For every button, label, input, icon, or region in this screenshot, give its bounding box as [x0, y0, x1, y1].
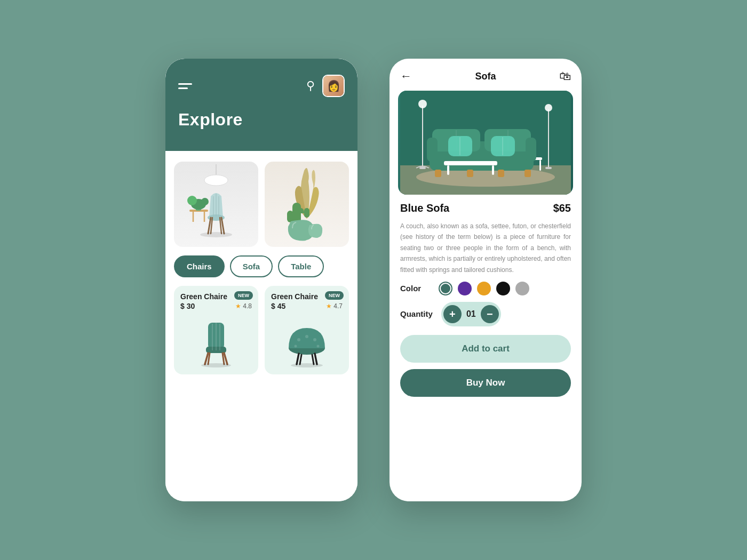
color-dot-black[interactable] [496, 282, 510, 295]
svg-point-46 [418, 100, 427, 108]
page-title: Explore [178, 110, 345, 130]
product-card-2[interactable]: NEW Green Chaire $ 45 ★ 4.7 [265, 286, 349, 374]
color-dot-orange[interactable] [477, 282, 491, 295]
svg-point-35 [295, 345, 297, 348]
svg-point-32 [297, 338, 300, 341]
search-button[interactable]: ⚲ [306, 79, 315, 93]
buy-now-button[interactable]: Buy Now [400, 369, 571, 397]
plant-illustration [272, 162, 341, 243]
product-card-1[interactable]: NEW Green Chaire $ 30 ★ 4.8 [174, 286, 258, 374]
add-to-cart-button[interactable]: Add to cart [400, 335, 571, 363]
color-row: Color [400, 282, 571, 295]
svg-point-1 [204, 175, 228, 186]
chair-illustration [181, 164, 251, 242]
svg-line-38 [315, 354, 317, 364]
featured-image-1 [174, 162, 258, 247]
svg-rect-73 [492, 165, 494, 175]
svg-point-33 [305, 335, 308, 338]
detail-title: Sofa [475, 71, 496, 82]
back-button[interactable]: ← [400, 69, 412, 83]
color-dot-purple[interactable] [458, 282, 472, 295]
quantity-control: + 01 − [441, 302, 501, 326]
chair-svg-2 [283, 317, 331, 368]
quantity-value: 01 [462, 309, 481, 319]
cart-button[interactable]: 🛍 [559, 69, 571, 83]
phone-body: Chairs Sofa Table NEW Green Chaire $ 30 … [165, 151, 357, 501]
svg-rect-20 [304, 208, 309, 218]
svg-line-37 [297, 354, 299, 364]
product-price-1: $ 30 [180, 302, 195, 310]
top-right-controls: ⚲ 👩 [306, 75, 345, 97]
featured-image-2 [265, 162, 349, 247]
product-image-1 [180, 315, 252, 368]
chair-svg-1 [192, 317, 240, 368]
sofa-scene [398, 91, 573, 195]
right-phone: ← Sofa 🛍 [390, 59, 582, 501]
top-bar: ⚲ 👩 [178, 75, 345, 97]
svg-rect-62 [526, 138, 536, 162]
left-phone: ⚲ 👩 Explore [165, 59, 357, 501]
avatar-image: 👩 [323, 76, 344, 96]
quantity-decrease-button[interactable]: − [481, 305, 499, 323]
svg-point-30 [201, 363, 231, 367]
sofa-image-container [398, 91, 573, 195]
tab-table[interactable]: Table [278, 255, 324, 277]
svg-point-34 [313, 338, 316, 341]
quantity-row: Quantity + 01 − [400, 302, 571, 326]
svg-rect-61 [427, 138, 438, 162]
detail-header: ← Sofa 🛍 [390, 59, 582, 91]
product-rating-2: ★ 4.7 [326, 302, 343, 310]
plant-scene [265, 162, 349, 247]
svg-point-17 [200, 232, 232, 237]
svg-rect-47 [419, 167, 426, 169]
avatar[interactable]: 👩 [322, 75, 345, 97]
new-badge-1: NEW [234, 291, 253, 300]
star-icon-2: ★ [326, 302, 332, 310]
featured-images [174, 162, 349, 247]
product-description: A couch, also known as a sofa, settee, f… [400, 221, 571, 275]
product-meta-2: $ 45 ★ 4.7 [271, 302, 343, 310]
tab-sofa[interactable]: Sofa [230, 255, 273, 277]
menu-icon[interactable] [178, 83, 192, 89]
product-title-row: Blue Sofa $65 [400, 202, 571, 214]
svg-rect-53 [539, 160, 541, 171]
svg-point-41 [291, 363, 323, 367]
product-price-2: $ 45 [271, 302, 285, 310]
detail-product-price: $65 [553, 202, 571, 214]
product-image-2 [271, 315, 343, 368]
quantity-label: Quantity [400, 309, 433, 318]
svg-rect-68 [467, 170, 473, 177]
tab-chairs[interactable]: Chairs [174, 255, 225, 277]
star-icon-1: ★ [235, 302, 241, 310]
product-meta-1: $ 30 ★ 4.8 [180, 302, 252, 310]
svg-point-7 [187, 196, 197, 205]
svg-rect-70 [525, 170, 531, 177]
detail-body: Blue Sofa $65 A couch, also known as a s… [390, 195, 582, 501]
svg-line-39 [300, 355, 301, 364]
product-rating-1: ★ 4.8 [235, 302, 252, 310]
svg-point-36 [317, 345, 320, 348]
color-label: Color [400, 284, 432, 293]
chair-scene [174, 162, 258, 247]
new-badge-2: NEW [325, 291, 344, 300]
sofa-illustration [400, 91, 571, 195]
color-options [439, 282, 529, 295]
svg-rect-50 [545, 167, 552, 169]
category-tabs: Chairs Sofa Table [174, 255, 349, 277]
phone-header: ⚲ 👩 Explore [165, 59, 357, 151]
action-buttons: Add to cart Buy Now [400, 335, 571, 397]
svg-line-40 [312, 355, 314, 364]
color-dot-gray[interactable] [515, 282, 529, 295]
color-dot-green[interactable] [439, 282, 452, 295]
products-grid: NEW Green Chaire $ 30 ★ 4.8 [174, 286, 349, 374]
svg-rect-71 [444, 161, 497, 165]
quantity-increase-button[interactable]: + [443, 305, 462, 323]
svg-rect-67 [435, 170, 441, 177]
svg-point-8 [201, 198, 209, 205]
svg-point-49 [545, 104, 552, 111]
detail-product-name: Blue Sofa [400, 202, 449, 214]
svg-rect-69 [498, 170, 504, 177]
svg-rect-72 [447, 165, 449, 175]
